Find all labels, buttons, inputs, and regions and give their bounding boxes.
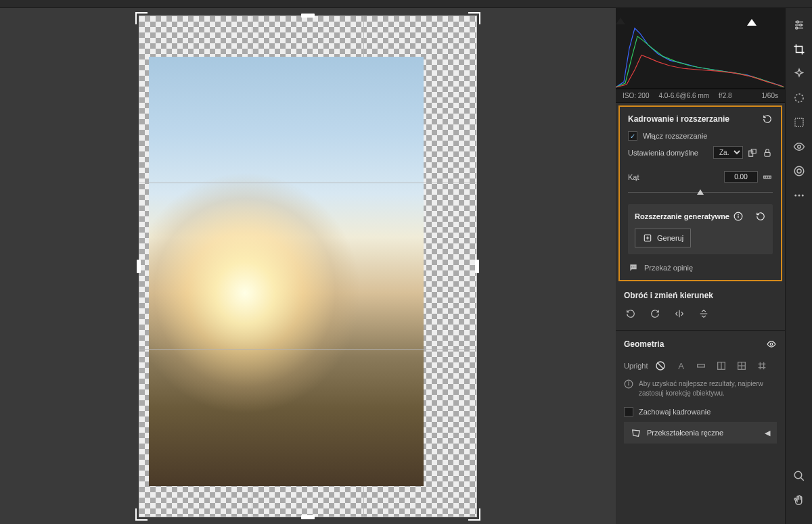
feedback-link[interactable]: Przekaż opinię [628, 262, 773, 273]
crop-expand-panel: Kadrowanie i rozszerzanie ✓ Włącz rozsze… [618, 105, 782, 281]
mask-icon[interactable] [792, 91, 807, 105]
svg-point-43 [801, 195, 803, 197]
info-icon[interactable] [734, 212, 743, 221]
eye-icon[interactable] [766, 339, 777, 350]
angle-slider[interactable] [628, 185, 773, 199]
upright-level-icon[interactable] [694, 359, 708, 373]
crop-frame[interactable] [139, 16, 476, 517]
svg-rect-2 [765, 152, 770, 156]
generate-button-label: Generuj [657, 234, 683, 242]
sliders-icon[interactable] [792, 18, 807, 32]
straighten-icon[interactable] [762, 172, 773, 183]
crop-handle-bottom-right[interactable] [468, 508, 480, 521]
zoom-icon[interactable] [792, 469, 807, 483]
svg-point-14 [770, 343, 773, 346]
info-icon [624, 379, 633, 389]
upright-auto-icon[interactable]: A [673, 359, 688, 373]
upright-full-icon[interactable] [734, 359, 749, 373]
crop-handle-top-left[interactable] [135, 12, 148, 24]
rotate-ccw-icon[interactable] [624, 307, 637, 320]
manual-transform-row[interactable]: Przekształcenia ręczne ◀ [624, 422, 777, 444]
crop-handle-bottom-mid[interactable] [301, 515, 315, 519]
svg-line-16 [658, 362, 664, 368]
redeye-icon[interactable] [792, 115, 807, 130]
sparkle-icon [642, 233, 653, 243]
keep-crop-label: Zachowaj kadrowanie [639, 408, 710, 416]
svg-point-12 [633, 266, 633, 267]
preset-label: Ustawienia domyślne [628, 149, 698, 157]
angle-input[interactable] [724, 171, 758, 183]
svg-rect-37 [795, 118, 803, 126]
histogram-curves [616, 8, 785, 89]
crop-handle-left-mid[interactable] [137, 260, 141, 273]
exif-iso: ISO: 200 [623, 92, 649, 99]
angle-slider-thumb[interactable] [697, 189, 704, 195]
svg-rect-17 [698, 364, 705, 367]
crop-handle-top-right[interactable] [468, 12, 480, 24]
svg-point-44 [794, 471, 802, 479]
exif-aperture: f/2.8 [719, 92, 731, 99]
crop-tool-icon[interactable] [792, 42, 807, 57]
svg-point-38 [797, 145, 800, 149]
svg-point-36 [795, 94, 803, 102]
svg-point-41 [794, 195, 796, 197]
hand-icon[interactable] [792, 493, 807, 508]
svg-point-9 [738, 214, 739, 215]
shadow-clip-indicator[interactable] [616, 18, 625, 24]
aspect-swap-icon[interactable] [747, 147, 758, 158]
crop-panel-title: Kadrowanie i rozszerzanie [628, 114, 729, 124]
exif-bar: ISO: 200 4.0-6.6@6.6 mm f/2.8 1/60s [616, 89, 785, 103]
flip-vertical-icon[interactable] [697, 307, 710, 320]
heal-icon[interactable] [792, 66, 807, 81]
svg-point-42 [798, 195, 800, 197]
preset-select[interactable]: Za... [713, 146, 743, 159]
crop-handle-bottom-left[interactable] [135, 508, 148, 521]
expand-toggle-label: Włącz rozszerzanie [643, 132, 707, 140]
upright-vertical-icon[interactable] [714, 359, 729, 373]
svg-point-39 [794, 166, 804, 176]
upright-off-icon[interactable] [653, 359, 668, 373]
chevron-left-icon: ◀ [765, 429, 770, 437]
svg-point-13 [635, 266, 635, 267]
svg-point-29 [629, 382, 629, 383]
canvas-area [0, 8, 616, 524]
crop-handle-top-mid[interactable] [301, 14, 315, 18]
upright-label: Upright [624, 362, 648, 370]
svg-point-11 [631, 266, 632, 267]
svg-line-45 [800, 477, 804, 481]
preview-icon[interactable] [792, 139, 807, 154]
manual-transform-label: Przekształcenia ręczne [647, 429, 723, 437]
upright-guided-icon[interactable] [754, 359, 769, 373]
generative-title: Rozszerzanie generatywne [635, 212, 729, 220]
right-panel: ISO: 200 4.0-6.6@6.6 mm f/2.8 1/60s Kadr… [616, 8, 785, 524]
expand-checkbox[interactable]: ✓ [628, 131, 637, 141]
transform-icon [631, 427, 641, 438]
rotate-panel: Obróć i zmień kierunek [616, 284, 785, 329]
geometry-tip: Aby uzyskać najlepsze rezultaty, najpier… [639, 379, 777, 398]
rotate-cw-icon[interactable] [648, 307, 662, 320]
presets-icon[interactable] [792, 164, 807, 178]
exif-shutter: 1/60s [762, 92, 778, 99]
chat-icon [628, 262, 639, 273]
keep-crop-checkbox[interactable]: ✓ [624, 407, 633, 416]
highlight-clip-indicator[interactable] [747, 19, 757, 26]
more-icon[interactable] [792, 188, 807, 203]
feedback-label: Przekaż opinię [644, 264, 693, 272]
crop-handle-right-mid[interactable] [475, 260, 479, 273]
aspect-lock-icon[interactable] [762, 147, 773, 158]
generate-button[interactable]: Generuj [635, 229, 691, 247]
flip-horizontal-icon[interactable] [673, 307, 686, 320]
exif-lens: 4.0-6.6@6.6 mm [658, 92, 709, 99]
geometry-panel: Geometria Upright A [616, 332, 785, 450]
generative-expand-box: Rozszerzanie generatywne Generuj [628, 204, 773, 254]
app-topbar [0, 0, 812, 8]
reset-crop-icon[interactable] [762, 114, 773, 124]
photo-content [149, 57, 424, 486]
svg-point-33 [796, 21, 798, 23]
angle-label: Kąt [628, 173, 639, 181]
svg-point-35 [795, 27, 797, 29]
svg-point-40 [797, 169, 801, 173]
histogram[interactable] [616, 8, 785, 89]
reset-generative-icon[interactable] [755, 211, 766, 222]
side-toolbar [785, 8, 812, 524]
